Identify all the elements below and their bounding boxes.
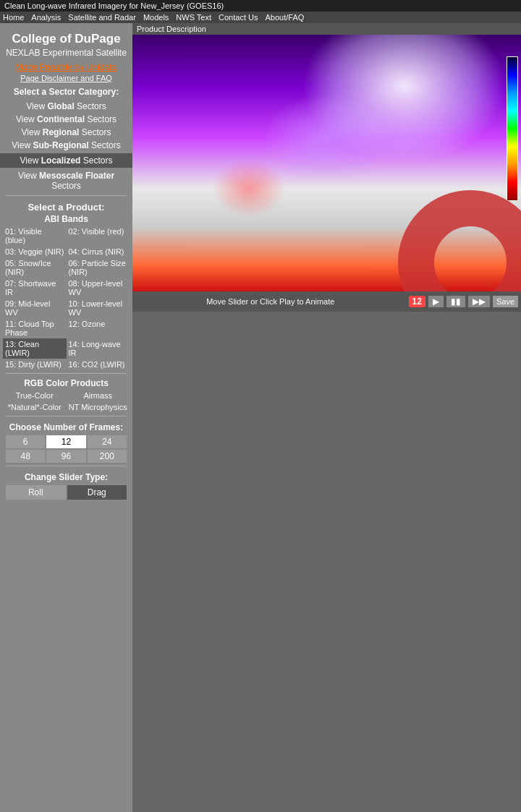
slider-drag[interactable]: Drag <box>67 485 127 500</box>
frame-48[interactable]: 48 <box>6 450 45 463</box>
college-title: College of DuPage <box>1 32 131 46</box>
frame-24[interactable]: 24 <box>88 435 127 448</box>
step-forward-button[interactable]: ▶▶ <box>468 296 490 307</box>
page-title: Clean Long-wave Infrared Imagery for New… <box>4 1 224 10</box>
band-02[interactable]: 02: Visible (red) <box>67 226 130 246</box>
band-03[interactable]: 03: Veggie (NIR) <box>3 246 67 257</box>
sector-global[interactable]: View Global Sectors <box>0 100 132 113</box>
band-grid: 01: Visible (blue) 02: Visible (red) 03:… <box>3 226 130 370</box>
unidata-link[interactable]: Made Possible by Unidata <box>0 62 132 72</box>
product-desc-bar: Product Description <box>132 23 521 35</box>
content-area: Product Description Move Slider or Click… <box>132 23 521 812</box>
satellite-imagery <box>132 35 521 291</box>
band-15[interactable]: 15: Dirty (LWIR) <box>3 359 67 370</box>
band-01[interactable]: 01: Visible (blue) <box>3 226 67 246</box>
band-10[interactable]: 10: Lower-level WV <box>67 298 130 318</box>
rgb-grid: True-Color Airmass *Natural*-Color NT Mi… <box>3 390 130 413</box>
frames-grid: 6 12 24 48 96 200 <box>6 435 127 463</box>
sector-category-label: Select a Sector Category: <box>0 87 132 97</box>
nav-models[interactable]: Models <box>143 13 169 22</box>
nav-nws-text[interactable]: NWS Text <box>176 13 211 22</box>
sector-localized-active[interactable]: View Localized Sectors <box>0 153 132 168</box>
band-07[interactable]: 07: Shortwave IR <box>3 278 67 298</box>
band-13[interactable]: 13: Clean (LWIR) <box>3 338 67 359</box>
color-scale-bar <box>507 56 518 201</box>
rgb-airmass[interactable]: Airmass <box>67 390 130 401</box>
abi-label: ABI Bands <box>0 214 132 224</box>
band-11[interactable]: 11: Cloud Top Phase <box>3 318 67 338</box>
satellite-image <box>132 35 521 291</box>
title-bar: Clean Long-wave Infrared Imagery for New… <box>0 0 521 12</box>
sidebar: College of DuPage NEXLAB Experimental Sa… <box>0 23 132 812</box>
sector-regional[interactable]: View Regional Sectors <box>0 126 132 139</box>
frame-12[interactable]: 12 <box>46 435 85 448</box>
band-14[interactable]: 14: Long-wave IR <box>67 338 130 359</box>
grey-area <box>132 312 521 812</box>
frame-6[interactable]: 6 <box>6 435 45 448</box>
frame-200[interactable]: 200 <box>88 450 127 463</box>
band-16[interactable]: 16: CO2 (LWIR) <box>67 359 130 370</box>
rgb-nt-microphysics[interactable]: NT Microphysics <box>67 401 130 413</box>
save-button[interactable]: Save <box>493 296 518 307</box>
rgb-label: RGB Color Products <box>0 378 132 388</box>
band-04[interactable]: 04: Cirrus (NIR) <box>67 246 130 257</box>
divider-1 <box>6 195 127 196</box>
disclaimer-link[interactable]: Page Disclaimer and FAQ <box>0 74 132 82</box>
slider-roll[interactable]: Roll <box>6 485 66 500</box>
slider-label: Change Slider Type: <box>0 472 132 482</box>
nav-bar: Home Analysis Satellite and Radar Models… <box>0 12 521 23</box>
stop-button[interactable]: ▮▮ <box>446 296 465 307</box>
band-06[interactable]: 06: Particle Size (NIR) <box>67 257 130 278</box>
band-08[interactable]: 08: Upper-level WV <box>67 278 130 298</box>
nav-contact[interactable]: Contact Us <box>219 13 258 22</box>
frames-label: Choose Number of Frames: <box>0 422 132 432</box>
frame-96[interactable]: 96 <box>46 450 85 463</box>
sector-mesoscale[interactable]: View Mesoscale Floater Sectors <box>0 169 132 192</box>
band-09[interactable]: 09: Mid-level WV <box>3 298 67 318</box>
sector-continental[interactable]: View Continental Sectors <box>0 113 132 126</box>
nav-about-faq[interactable]: About/FAQ <box>265 13 304 22</box>
band-05[interactable]: 05: Snow/Ice (NIR) <box>3 257 67 278</box>
animation-label: Move Slider or Click Play to Animate <box>135 297 406 306</box>
nexlab-title: NEXLAB Experimental Satellite <box>0 48 132 58</box>
nav-home[interactable]: Home <box>3 13 24 22</box>
sector-subregional[interactable]: View Sub-Regional Sectors <box>0 139 132 152</box>
divider-2 <box>6 373 127 374</box>
product-label: Select a Product: <box>0 202 132 213</box>
play-button[interactable]: ▶ <box>428 296 444 307</box>
rgb-true-color[interactable]: True-Color <box>3 390 67 401</box>
nav-satellite-radar[interactable]: Satellite and Radar <box>68 13 136 22</box>
rgb-natural-color[interactable]: *Natural*-Color <box>3 401 67 413</box>
divider-3 <box>6 416 127 416</box>
slider-grid: Roll Drag <box>6 485 127 500</box>
frame-counter: 12 <box>409 296 425 307</box>
animation-bar: Move Slider or Click Play to Animate 12 … <box>132 291 521 312</box>
band-12[interactable]: 12: Ozone <box>67 318 130 338</box>
nav-analysis[interactable]: Analysis <box>31 13 61 22</box>
main-layout: College of DuPage NEXLAB Experimental Sa… <box>0 23 521 812</box>
divider-4 <box>6 466 127 466</box>
